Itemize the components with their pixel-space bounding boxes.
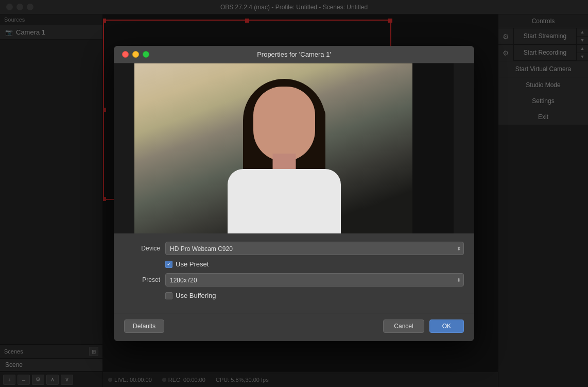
device-label: Device bbox=[124, 245, 160, 252]
modal-overlay: Properties for 'Camera 1' Dev bbox=[0, 0, 588, 387]
face bbox=[253, 87, 315, 161]
dialog-preview bbox=[114, 63, 474, 233]
properties-dialog: Properties for 'Camera 1' Dev bbox=[114, 46, 474, 341]
camera-feed bbox=[134, 63, 454, 233]
use-buffering-label: Use Buffering bbox=[176, 292, 216, 299]
preset-label: Preset bbox=[124, 276, 160, 283]
dialog-minimize-button[interactable] bbox=[132, 51, 139, 58]
bg-panel-right bbox=[412, 63, 454, 233]
preset-select-wrapper: 1280x720 ⬍ bbox=[165, 273, 464, 287]
dialog-titlebar: Properties for 'Camera 1' bbox=[114, 46, 474, 63]
dialog-footer: Defaults Cancel OK bbox=[114, 313, 474, 341]
device-select[interactable]: HD Pro Webcam C920 bbox=[165, 242, 464, 255]
dialog-maximize-button[interactable] bbox=[143, 51, 149, 58]
dialog-traffic-lights bbox=[122, 51, 149, 58]
dialog-footer-right: Cancel OK bbox=[383, 319, 464, 333]
dialog-title: Properties for 'Camera 1' bbox=[257, 51, 331, 58]
dialog-close-button[interactable] bbox=[122, 51, 129, 58]
person-figure bbox=[186, 74, 382, 233]
use-preset-checkmark: ✓ bbox=[167, 262, 171, 267]
ok-button[interactable]: OK bbox=[429, 319, 464, 333]
preset-select[interactable]: 1280x720 bbox=[165, 273, 464, 287]
use-preset-row: ✓ Use Preset bbox=[124, 260, 464, 268]
body bbox=[228, 169, 341, 233]
device-select-wrapper: HD Pro Webcam C920 ⬍ bbox=[165, 242, 464, 255]
use-buffering-checkbox[interactable] bbox=[165, 292, 172, 299]
device-row: Device HD Pro Webcam C920 ⬍ bbox=[124, 242, 464, 255]
use-preset-label: Use Preset bbox=[176, 260, 209, 268]
defaults-button[interactable]: Defaults bbox=[124, 319, 164, 333]
use-preset-checkbox[interactable]: ✓ bbox=[165, 261, 172, 268]
cancel-button[interactable]: Cancel bbox=[383, 319, 424, 333]
use-buffering-row: Use Buffering bbox=[124, 292, 464, 299]
preset-row: Preset 1280x720 ⬍ bbox=[124, 273, 464, 287]
dialog-body: Device HD Pro Webcam C920 ⬍ ✓ Use Preset… bbox=[114, 233, 474, 313]
